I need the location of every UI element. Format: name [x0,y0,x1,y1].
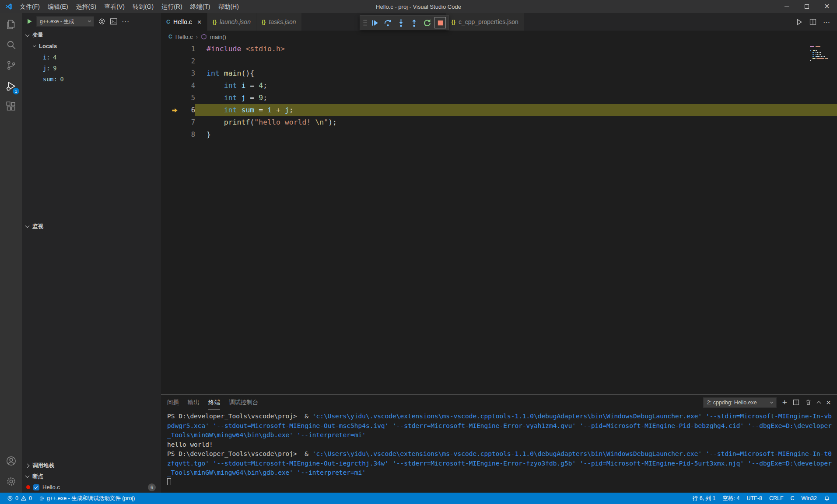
window-controls: ✕ [777,0,837,13]
panel-tab-1[interactable]: 输出 [188,395,200,410]
menu-item-3[interactable]: 查看(V) [100,0,129,13]
activity-extensions[interactable] [0,96,22,117]
toolbar-grip-icon[interactable] [362,16,368,29]
minimize-icon [784,7,789,7]
variables-section-header[interactable]: 变量 [22,30,161,41]
line-number[interactable]: 7 [179,116,195,129]
cursor-position[interactable]: 行 6, 列 1 [689,493,719,504]
close-window-button[interactable]: ✕ [817,0,837,13]
minimap-line [810,56,831,57]
locals-scope[interactable]: Locals [22,41,161,52]
notifications-bell[interactable] [820,493,833,504]
activity-explorer[interactable] [0,14,22,35]
variable-row-0[interactable]: i:4 [22,52,161,63]
minimize-button[interactable] [777,0,797,13]
menu-item-0[interactable]: 文件(F) [16,0,44,13]
kill-terminal-trash-icon[interactable] [805,399,812,406]
tab-1[interactable]: {}launch.json [207,13,256,31]
variable-row-2[interactable]: sum:0 [22,73,161,84]
panel-tab-3[interactable]: 调试控制台 [229,395,259,410]
callstack-section-header[interactable]: 调用堆栈 [22,460,161,471]
stop-button[interactable] [434,16,447,29]
maximize-button[interactable] [797,0,817,13]
menu-item-1[interactable]: 编辑(E) [44,0,72,13]
variable-value: 9 [53,65,56,72]
code-editor[interactable]: 1#include <stdio.h>23int main(){4 int i … [161,43,837,394]
code-line-4[interactable]: 4 int i = 4; [161,80,837,92]
line-number[interactable]: 6 [179,104,195,116]
maximize-panel-icon[interactable] [817,400,820,405]
step-over-button[interactable] [381,16,394,29]
more-actions-icon[interactable]: ⋯ [823,18,830,26]
breakpoints-section-header[interactable]: 断点 [22,471,161,482]
step-out-button[interactable] [407,16,420,29]
code-line-8[interactable]: 8} [161,129,837,141]
split-terminal-icon[interactable] [793,399,799,406]
tab-label: launch.json [220,18,251,25]
watch-section-header[interactable]: 监视 [22,221,161,232]
minimap-line [810,48,831,49]
line-number[interactable]: 3 [179,67,195,80]
breakpoint-checkbox[interactable] [33,484,39,490]
tab-2[interactable]: {}tasks.json [256,13,302,31]
activity-account[interactable] [0,451,22,471]
code-line-3[interactable]: 3int main(){ [161,67,837,80]
tab-3[interactable]: {}c_cpp_properties.json [446,13,524,31]
continue-button[interactable] [368,16,381,29]
menu-item-6[interactable]: 终端(T) [186,0,214,13]
minimap-line [810,50,831,51]
menu-item-2[interactable]: 选择(S) [72,0,101,13]
encoding-status[interactable]: UTF-8 [743,493,765,504]
variable-row-1[interactable]: j:9 [22,63,161,73]
breadcrumb: C Hello.c › main() [161,31,837,43]
language-status[interactable]: C [787,493,798,504]
more-actions-icon[interactable]: ⋯ [122,17,130,26]
close-panel-icon[interactable]: × [826,398,831,407]
line-number[interactable]: 1 [179,43,195,55]
code-line-2[interactable]: 2 [161,55,837,67]
split-editor-icon[interactable] [809,18,816,25]
configure-gear-icon[interactable] [98,17,106,25]
run-button[interactable] [795,18,803,26]
line-number[interactable]: 4 [179,80,195,92]
launch-status[interactable]: g++.exe - 生成和调试活动文件 (proj) [35,493,138,504]
menu-item-7[interactable]: 帮助(H) [214,0,242,13]
activity-source-control[interactable] [0,55,22,76]
terminal-select[interactable]: 2: cppdbg: Hello.exe [703,397,777,408]
breadcrumb-symbol[interactable]: main() [210,34,226,40]
problems-status[interactable]: 0 0 [4,493,35,504]
activity-run-debug[interactable]: 1 [0,76,22,96]
panel-tab-2[interactable]: 终端 [208,395,220,410]
step-into-button[interactable] [394,16,407,29]
code-line-7[interactable]: 7 printf("hello world! \n"); [161,116,837,129]
activity-search[interactable] [0,35,22,55]
start-debugging-button[interactable] [26,18,32,24]
minimap[interactable] [810,46,831,62]
line-number[interactable]: 2 [179,55,195,67]
new-terminal-icon[interactable]: + [782,398,787,407]
debug-console-icon[interactable] [110,17,118,25]
platform-status[interactable]: Win32 [798,493,820,504]
code-line-1[interactable]: 1#include <stdio.h> [161,43,837,55]
menu-item-5[interactable]: 运行(R) [158,0,186,13]
tab-0[interactable]: CHello.c× [161,13,207,31]
line-number[interactable]: 8 [179,129,195,141]
menu-item-4[interactable]: 转到(G) [129,0,158,13]
tab-bar: CHello.c×{}launch.json{}tasks.json{}c_cp… [161,13,837,31]
chevron-down-icon [88,19,91,22]
line-content: int i = 4; [195,80,837,92]
code-line-6[interactable]: 6 int sum = i + j; [161,104,837,116]
breadcrumb-file[interactable]: Hello.c [175,34,193,40]
breakpoint-item[interactable]: Hello.c 6 [22,482,161,493]
launch-config-select[interactable]: g++.exe - 生成 [36,16,94,27]
line-number[interactable]: 5 [179,92,195,104]
code-line-5[interactable]: 5 int j = 9; [161,92,837,104]
restart-button[interactable] [420,16,434,29]
panel-tab-0[interactable]: 问题 [167,395,179,410]
indent-status[interactable]: 空格: 4 [719,493,743,504]
activity-settings[interactable] [0,471,22,492]
glyph-margin [161,92,179,104]
terminal[interactable]: PS D:\developer_Tools\vscode\proj> & 'c:… [161,410,837,493]
close-tab-icon[interactable]: × [197,18,202,26]
eol-status[interactable]: CRLF [766,493,787,504]
